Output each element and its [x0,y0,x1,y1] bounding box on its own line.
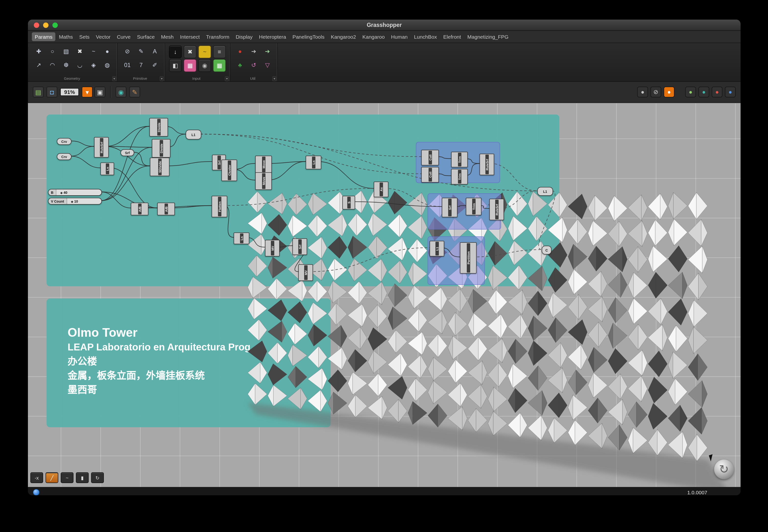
box-icon[interactable]: ▧ [60,46,72,57]
custom-preview-red-button[interactable]: ● [712,87,722,97]
titlebar[interactable]: Grasshopper [28,20,741,31]
pin-icon[interactable]: ✎ [135,46,147,57]
preview-eye-button[interactable]: ◉ [115,87,126,97]
save-document-button[interactable]: ◘ [46,87,57,97]
group-menu-button[interactable]: ▾ [160,76,163,81]
node-trim[interactable]: Trim [451,169,468,185]
minimize-window-button[interactable] [43,22,48,28]
mesh-icon[interactable]: ❆ [60,59,72,71]
arc-icon[interactable]: ◠ [46,59,58,71]
tab-intersect[interactable]: Intersect [177,32,203,41]
wireframe-ball-button[interactable]: ● [637,87,648,97]
slider-b[interactable]: B◆40 [48,189,102,196]
close-window-button[interactable] [34,22,39,28]
group-menu-button[interactable]: ▾ [225,76,229,81]
tab-human[interactable]: Human [388,32,411,41]
custom-preview-green-button[interactable]: ● [685,87,696,97]
cherry-picker-icon[interactable]: ● [234,46,246,57]
sphere-icon[interactable]: ● [101,46,113,57]
preview-off-button[interactable]: ⊘ [651,87,661,97]
timer-widget-button[interactable]: ↻ [91,472,104,483]
group-menu-button[interactable]: ▾ [273,76,276,81]
node-sdivide[interactable]: SDivide [150,158,169,176]
tab-kangaroo2[interactable]: Kangaroo2 [328,32,359,41]
node-rulesrf[interactable]: RuleSrf [489,199,504,220]
node-l1[interactable]: L1 [430,241,444,256]
node-mv[interactable]: MV [265,240,280,256]
twisted-box-icon[interactable]: ◍ [101,59,113,71]
node-srf[interactable]: Srf [292,238,307,255]
point-icon[interactable]: ✚ [33,46,45,57]
tree-icon[interactable]: ♣ [234,59,246,71]
integer-icon[interactable]: 01 [121,59,133,71]
slider-grip[interactable]: ◆ [71,199,73,203]
colour-swatch-icon[interactable]: ▦ [213,59,226,72]
canvas[interactable]: Olmo Tower LEAP Laboratorio en Arquitect… [28,103,741,487]
node-a-b[interactable]: A/B [131,203,148,215]
relay-icon[interactable]: ➔ [248,46,260,57]
node-rulesrf[interactable]: RuleSrf [94,137,109,158]
node-mv[interactable]: MV [298,264,313,281]
zoom-window-button[interactable] [52,22,58,28]
button-icon[interactable]: ✖ [184,46,197,58]
expression-widget-button[interactable]: -x [30,472,43,483]
node-cull[interactable]: Cull [421,167,439,183]
jump-icon[interactable]: ↺ [248,59,260,71]
node-move[interactable]: Move [255,156,272,173]
node-ln[interactable]: Ln [234,232,249,244]
group-menu-button[interactable]: ▾ [112,76,116,81]
tab-display[interactable]: Display [233,32,256,41]
node-ln[interactable]: Ln [306,156,321,169]
surface-icon[interactable]: ◈ [88,59,99,71]
boolean-icon[interactable]: ⊘ [121,46,133,57]
tab-sets[interactable]: Sets [76,32,92,41]
slider-v-count[interactable]: V Count◆10 [48,198,102,205]
tab-params[interactable]: Params [32,32,55,41]
view-trackball[interactable]: ↻ [714,460,734,479]
param-srf[interactable]: Srf [120,149,134,156]
tab-transform[interactable]: Transform [203,32,233,41]
node-a-b[interactable]: A/B [157,203,175,215]
node-cull[interactable]: Cull [421,150,439,165]
zoom-dropdown-button[interactable]: ▾ [82,87,92,97]
node-move[interactable]: Move [255,172,272,190]
tab-maths[interactable]: Maths [56,32,76,41]
zoom-extents-button[interactable]: ▣ [94,87,105,97]
tab-vector[interactable]: Vector [93,32,114,41]
new-document-button[interactable]: ▤ [33,87,44,97]
canvas-paint-button[interactable]: ✎ [129,87,140,97]
tab-elefront[interactable]: Elefront [440,32,464,41]
circle-icon[interactable]: ○ [46,46,58,57]
tab-kangaroo[interactable]: Kangaroo [360,32,388,41]
tab-surface[interactable]: Surface [134,32,157,41]
node-divide[interactable]: Divide [152,139,170,158]
gradient-icon[interactable]: ▦ [184,59,197,72]
slider-grip[interactable]: ◆ [60,191,62,194]
data-dam-icon[interactable]: ➔ [262,46,273,57]
status-icon[interactable] [33,489,40,495]
param-l1[interactable]: L1 [537,187,553,196]
node-rulesrf[interactable]: RuleSrf [479,154,494,175]
graph-mapper-icon[interactable]: ~ [199,46,211,58]
tab-mesh[interactable]: Mesh [158,32,176,41]
knob-icon[interactable]: ◉ [199,59,211,72]
number-icon[interactable]: 7 [135,59,147,71]
node-divide[interactable]: Divide [149,118,168,137]
node-trim[interactable]: Trim [466,198,481,215]
cancel-icon[interactable]: ✖ [74,46,86,57]
custom-preview-teal-button[interactable]: ● [699,87,709,97]
tab-lunchbox[interactable]: LunchBox [411,32,440,41]
text-icon[interactable]: A [149,46,161,57]
vector-icon[interactable]: ↗ [33,59,45,71]
node-ax[interactable]: Ax [374,182,388,197]
sketch-widget-button[interactable]: ╱ [46,472,58,483]
zoom-level[interactable]: 91% [60,88,79,96]
freeform-curve-icon[interactable]: ~ [88,46,99,57]
param-c[interactable]: C [542,246,551,254]
node-cluster[interactable]: Cluster [222,160,237,181]
shaded-ball-button[interactable]: ● [664,87,675,97]
param-crv[interactable]: Crv [57,153,71,160]
custom-preview-blue-button[interactable]: ● [725,87,736,97]
node-partition[interactable]: Partition [460,242,476,274]
panel-icon[interactable]: ≡ [213,46,226,58]
